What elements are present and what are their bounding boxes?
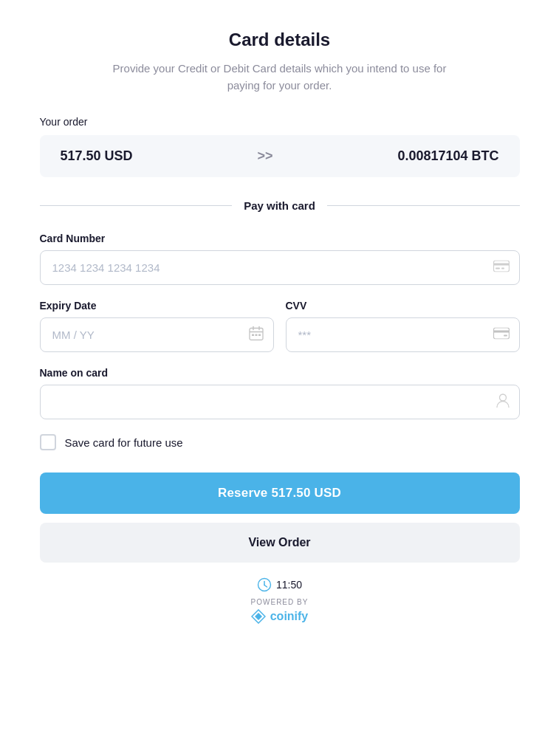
save-card-checkbox[interactable] [40, 434, 56, 450]
time-display: 11:50 [276, 579, 302, 591]
expiry-wrapper [40, 317, 274, 352]
cvv-label: CVV [286, 300, 520, 312]
expiry-label: Expiry Date [40, 300, 274, 312]
svg-line-17 [264, 585, 267, 588]
svg-point-14 [499, 394, 506, 401]
divider-line-left [40, 205, 233, 206]
page-container: Card details Provide your Credit or Debi… [40, 30, 520, 624]
view-order-button[interactable]: View Order [40, 523, 520, 563]
save-card-label[interactable]: Save card for future use [65, 436, 183, 449]
calendar-icon [249, 326, 264, 344]
svg-rect-8 [252, 334, 254, 336]
card-number-input[interactable] [40, 250, 520, 285]
card-number-group: Card Number [40, 233, 520, 285]
order-arrow: >> [257, 148, 272, 164]
coinify-diamond-icon [251, 609, 266, 624]
pay-with-card-divider: Pay with card [40, 199, 520, 212]
card-icon [493, 260, 510, 275]
name-label: Name on card [40, 367, 520, 379]
svg-rect-9 [255, 334, 257, 336]
order-amount-crypto: 0.00817104 BTC [397, 148, 498, 164]
powered-by-text: POWERED BY [251, 598, 309, 606]
page-title: Card details [229, 30, 330, 50]
svg-rect-0 [493, 261, 509, 272]
expiry-cvv-row: Expiry Date [40, 300, 520, 352]
name-group: Name on card [40, 367, 520, 419]
svg-rect-10 [258, 334, 261, 336]
page-subtitle: Provide your Credit or Debit Card detail… [103, 61, 457, 94]
svg-rect-1 [493, 263, 510, 265]
cvv-group: CVV [286, 300, 520, 352]
svg-marker-19 [255, 613, 262, 620]
cvv-input[interactable] [286, 317, 520, 352]
cvv-icon [493, 327, 510, 343]
svg-rect-3 [501, 267, 504, 269]
person-icon [496, 393, 510, 411]
order-amount-fiat: 517.50 USD [61, 148, 133, 164]
coinify-logo: coinify [251, 609, 309, 624]
order-box: 517.50 USD >> 0.00817104 BTC [40, 135, 520, 177]
save-card-group: Save card for future use [40, 434, 520, 450]
svg-rect-11 [493, 328, 509, 339]
name-wrapper [40, 385, 520, 419]
clock-icon [257, 577, 272, 592]
footer-time: 11:50 [257, 577, 302, 592]
name-input[interactable] [40, 385, 520, 419]
expiry-input[interactable] [40, 317, 274, 352]
cvv-wrapper [286, 317, 520, 352]
reserve-button[interactable]: Reserve 517.50 USD [40, 472, 520, 514]
coinify-brand-name: coinify [270, 610, 309, 623]
order-label: Your order [40, 116, 520, 128]
card-number-wrapper [40, 250, 520, 285]
powered-by-section: POWERED BY coinify [251, 598, 309, 624]
order-section: Your order 517.50 USD >> 0.00817104 BTC [40, 116, 520, 177]
expiry-group: Expiry Date [40, 300, 274, 352]
divider-text: Pay with card [232, 199, 327, 212]
divider-line-right [327, 205, 520, 206]
svg-rect-12 [493, 330, 510, 332]
card-form: Card Number Expiry Date [40, 233, 520, 472]
card-number-label: Card Number [40, 233, 520, 244]
svg-rect-2 [495, 267, 500, 269]
svg-rect-13 [504, 334, 507, 336]
